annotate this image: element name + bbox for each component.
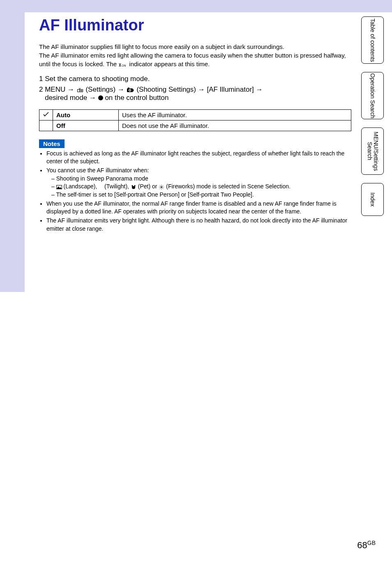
note-sublist: Shooting in Sweep Panorama mode (Landsca… — [46, 175, 351, 199]
note-item: The AF illuminator emits very bright lig… — [46, 217, 351, 233]
svg-line-20 — [160, 185, 162, 188]
page-num-value: 68 — [357, 540, 367, 550]
desc-cell: Uses the AF illuminator. — [119, 109, 351, 120]
note-2-text: You cannot use the AF illuminator when: — [46, 167, 149, 174]
step2-af: [AF Illuminator] — [207, 86, 256, 93]
sub-fireworks: (Fireworks) mode is selected in Scene Se… — [164, 183, 291, 190]
page-sidebar-bar — [0, 12, 25, 292]
sub-item: Shooting in Sweep Panorama mode — [51, 175, 351, 183]
note-item: You cannot use the AF illuminator when: … — [46, 167, 351, 199]
notes-header: Notes — [39, 139, 65, 148]
tab-label: Table of contents — [369, 19, 376, 62]
step-1: 1 Set the camera to shooting mode. — [39, 75, 351, 83]
svg-rect-3 — [80, 90, 81, 90]
desc-line2-end: indicator appears at this time. — [127, 60, 210, 67]
step-2-num: 2 — [39, 86, 43, 94]
side-tabs: Table of contents Operation Search MENU/… — [361, 16, 384, 224]
note-item: When you use the AF illuminator, the nor… — [46, 200, 351, 216]
tab-index[interactable]: Index — [361, 183, 384, 216]
arrow-icon: → — [256, 86, 263, 94]
sub-item: (Landscape), (Twilight), (Pet) or (Firew… — [51, 183, 351, 191]
dot-icon — [98, 95, 103, 100]
sub-pet: (Pet) or — [136, 183, 159, 190]
fireworks-icon — [159, 183, 164, 190]
svg-rect-10 — [128, 88, 129, 88]
label-cell: Off — [53, 120, 119, 131]
notes-list: Focus is achieved as long as the AF illu… — [39, 150, 351, 233]
svg-point-14 — [134, 185, 135, 187]
tab-label: Operation Search — [369, 73, 376, 118]
arrow-icon: → — [67, 86, 74, 94]
step2-shooting: (Shooting Settings) — [136, 86, 198, 93]
page-title: AF Illuminator — [39, 16, 351, 34]
main-content: AF Illuminator The AF illuminator suppli… — [39, 12, 351, 234]
twilight-icon — [99, 183, 103, 190]
arrow-icon: → — [198, 86, 205, 94]
camera-settings-icon — [127, 86, 135, 93]
page-header-bar — [0, 0, 392, 12]
step2-control: on the control button — [105, 94, 168, 102]
sub-item: The self-timer is set to [Self-portrait … — [51, 191, 351, 199]
table-row: Off Does not use the AF illuminator. — [39, 120, 351, 131]
note-item: Focus is achieved as long as the AF illu… — [46, 150, 351, 166]
step2-menu: MENU — [45, 86, 67, 93]
svg-line-21 — [161, 187, 164, 189]
tab-label: Index — [369, 192, 376, 206]
svg-rect-2 — [78, 90, 79, 92]
eon-icon: ON — [118, 61, 127, 67]
tab-menu-settings-search[interactable]: MENU/Settings Search — [361, 127, 384, 175]
step-1-text: Set the camera to shooting mode. — [45, 75, 150, 83]
sub-landscape: (Landscape), — [62, 183, 99, 190]
tab-operation-search[interactable]: Operation Search — [361, 72, 384, 119]
step-1-num: 1 — [39, 75, 43, 83]
check-cell — [39, 120, 53, 131]
pet-icon — [131, 183, 136, 190]
page-number: 68GB — [357, 540, 376, 551]
desc-line1: The AF illuminator supplies fill light t… — [39, 43, 284, 50]
arrow-icon: → — [89, 94, 96, 102]
svg-rect-5 — [81, 90, 83, 90]
check-cell — [39, 109, 53, 120]
step-2: 2 MENU → (Settings) → (Shooting Settings… — [39, 86, 351, 102]
svg-text:ON: ON — [122, 64, 126, 67]
settings-table: Auto Uses the AF illuminator. Off Does n… — [39, 109, 351, 131]
page-gb: GB — [367, 540, 376, 546]
svg-point-9 — [129, 90, 130, 91]
svg-line-22 — [160, 187, 162, 189]
svg-point-13 — [131, 185, 133, 187]
arrow-icon: → — [118, 86, 125, 94]
step2-desired: desired mode — [45, 94, 89, 102]
tab-contents[interactable]: Table of contents — [361, 16, 384, 64]
tab-label: MENU/Settings Search — [366, 128, 379, 174]
table-row: Auto Uses the AF illuminator. — [39, 109, 351, 120]
settings-icon — [76, 86, 84, 93]
sub-twilight: (Twilight), — [103, 183, 131, 190]
svg-line-23 — [161, 185, 164, 188]
svg-rect-6 — [81, 91, 83, 92]
desc-cell: Does not use the AF illuminator. — [119, 120, 351, 131]
svg-rect-4 — [80, 91, 81, 92]
step2-settings: (Settings) — [85, 86, 117, 93]
label-cell: Auto — [53, 109, 119, 120]
landscape-icon — [56, 183, 62, 190]
description-text: The AF illuminator supplies fill light t… — [39, 42, 351, 69]
